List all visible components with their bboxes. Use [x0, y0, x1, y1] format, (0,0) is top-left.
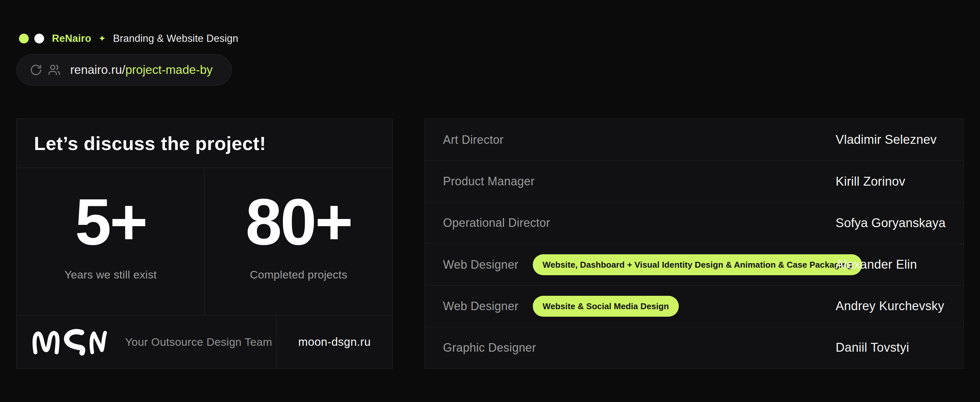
table-row: Web DesignerWebsite, Dashboard + Visual … [425, 244, 963, 285]
role-label: Web Designer [443, 258, 519, 271]
footer-left: Your Outsource Design Team [17, 315, 276, 368]
credits-table: Art DirectorVladimir SeleznevProduct Man… [425, 119, 964, 368]
stat-projects: 80+ Completed projects [205, 168, 392, 315]
brand-dot-lime [19, 34, 29, 43]
stat-value: 80+ [246, 189, 352, 255]
header: ReNairo ✦ Branding & Website Design [19, 33, 238, 45]
role-label: Graphic Designer [443, 341, 536, 355]
table-row: Product ManagerKirill Zorinov [425, 161, 963, 202]
site-name: ReNairo [52, 33, 91, 45]
person-name: Andrey Kurchevsky [835, 299, 944, 313]
team-label: Your Outsource Design Team [125, 336, 272, 348]
stat-years: 5+ Years we still exist [17, 168, 205, 315]
star-icon: ✦ [98, 34, 106, 44]
moon-site-link[interactable]: moon-dsgn.ru [298, 335, 371, 348]
page: ReNairo ✦ Branding & Website Design rena… [0, 0, 980, 402]
brand-dot-white [34, 34, 44, 43]
role-label: Web Designer [443, 299, 519, 313]
url-text[interactable]: renairo.ru/project-made-by [70, 63, 213, 77]
stat-label: Years we still exist [64, 268, 157, 281]
url-domain: renairo.ru/ [70, 63, 126, 77]
url-bar[interactable]: renairo.ru/project-made-by [16, 54, 232, 86]
discuss-title-cell: Let’s discuss the project! [17, 119, 392, 168]
role-detail-badge: Website, Dashboard + Visual Identity Des… [533, 254, 862, 275]
person-name: Sofya Goryanskaya [835, 216, 946, 230]
person-name: Alexander Elin [835, 258, 917, 271]
person-name: Kirill Zorinov [835, 174, 905, 188]
table-row: Operational DirectorSofya Goryanskaya [425, 202, 963, 244]
discuss-title: Let’s discuss the project! [34, 132, 266, 154]
table-row: Art DirectorVladimir Seleznev [425, 119, 963, 161]
role-detail-badge: Website & Social Media Design [533, 296, 679, 317]
stats-row: 5+ Years we still exist 80+ Completed pr… [17, 168, 392, 315]
discuss-card: Let’s discuss the project! 5+ Years we s… [16, 119, 393, 368]
site-tagline: Branding & Website Design [113, 33, 239, 45]
role-label: Art Director [443, 133, 504, 147]
person-name: Daniil Tovstyi [835, 341, 909, 355]
url-path: project-made-by [126, 63, 213, 77]
card-footer: Your Outsource Design Team moon-dsgn.ru [17, 315, 392, 368]
refresh-icon[interactable] [30, 64, 42, 76]
stat-label: Completed projects [250, 268, 347, 281]
person-name: Vladimir Seleznev [835, 133, 937, 147]
role-label: Operational Director [443, 216, 550, 230]
footer-right: moon-dsgn.ru [276, 315, 392, 368]
stat-value: 5+ [75, 189, 146, 255]
table-row: Graphic DesignerDaniil Tovstyi [425, 327, 963, 368]
users-icon[interactable] [48, 64, 60, 76]
table-row: Web DesignerWebsite & Social Media Desig… [425, 286, 963, 327]
role-label: Product Manager [443, 174, 535, 188]
moon-logo [32, 327, 112, 357]
